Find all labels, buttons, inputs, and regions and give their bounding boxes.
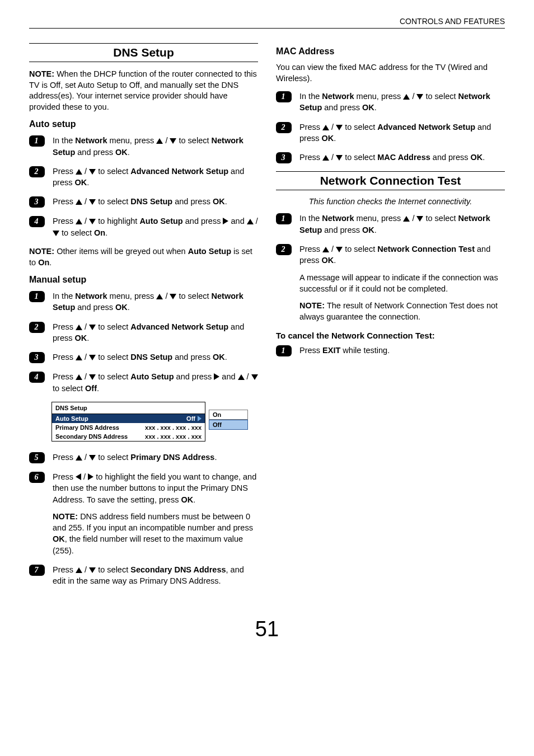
step-number-icon: 7 (29, 565, 45, 576)
mac-step-2: 2 Press / to select Advanced Network Set… (276, 121, 505, 144)
nct-step-1: 1 In the Network menu, press / to select… (276, 213, 505, 236)
up-arrow-icon (156, 294, 163, 299)
down-arrow-icon (416, 216, 423, 222)
manual-step-2: 2 Press / to select Advanced Network Set… (29, 321, 258, 344)
mac-step-3: 3 Press / to select MAC Address and pres… (276, 152, 505, 163)
down-arrow-icon (89, 355, 96, 360)
mac-address-heading: MAC Address (276, 46, 505, 57)
nct-step-2: 2 Press / to select Network Connection T… (276, 243, 505, 323)
manual-step-6: 6 Press / to highlight the field you wan… (29, 471, 258, 556)
step-text: Press / to select Advanced Network Setup… (53, 321, 258, 344)
down-arrow-icon (89, 455, 96, 461)
step-text: In the Network menu, press / to select N… (299, 91, 505, 114)
step-text: Press / to select MAC Address and press … (299, 152, 485, 163)
running-header: CONTROLS AND FEATURES (29, 17, 505, 29)
down-arrow-icon (53, 231, 59, 236)
step-number-icon: 3 (29, 352, 45, 363)
down-arrow-icon (251, 374, 258, 380)
step-number-icon: 3 (29, 196, 45, 208)
up-arrow-icon (76, 169, 82, 175)
cancel-heading: To cancel the Network Connection Test: (276, 331, 505, 340)
note-label: NOTE: (29, 69, 54, 78)
step-text: In the Network menu, press / to select N… (299, 213, 505, 236)
document-page: CONTROLS AND FEATURES English DNS Setup … (0, 0, 534, 652)
nct-intro: This function checks the Internet connec… (276, 197, 505, 206)
down-arrow-icon (89, 374, 96, 380)
step-number-icon: 2 (29, 322, 45, 333)
cancel-step-1: 1 Press EXIT while testing. (276, 345, 505, 356)
auto-step-4: 4 Press / to highlight Auto Setup and pr… (29, 215, 258, 238)
step-text: In the Network menu, press / to select N… (53, 135, 258, 158)
up-arrow-icon (247, 219, 254, 224)
down-arrow-icon (416, 94, 423, 100)
up-arrow-icon (403, 94, 410, 100)
up-arrow-icon (76, 355, 82, 360)
right-arrow-icon (88, 473, 93, 480)
step-number-icon: 2 (276, 122, 292, 133)
auto-setup-heading: Auto setup (29, 119, 258, 129)
left-arrow-icon (76, 473, 81, 480)
nct-message: A message will appear to indicate if the… (299, 272, 505, 295)
manual-step-7: 7 Press / to select Secondary DNS Addres… (29, 564, 258, 587)
step-number-icon: 6 (29, 472, 45, 483)
up-arrow-icon (76, 455, 82, 461)
step-text: Press / to select Primary DNS Address. (53, 452, 217, 463)
manual-step-1: 1 In the Network menu, press / to select… (29, 290, 258, 313)
step-text: Press / to select Network Connection Tes… (299, 243, 505, 323)
step-text: Press EXIT while testing. (299, 345, 390, 356)
note-label: NOTE: (299, 301, 325, 310)
step-text: Press / to select DNS Setup and press OK… (53, 196, 227, 207)
content-columns: DNS Setup NOTE: When the DHCP function o… (29, 40, 505, 595)
dns-row-primary: Primary DNS Address xxx . xxx . xxx . xx… (52, 423, 205, 432)
step-text: In the Network menu, press / to select N… (53, 290, 258, 313)
up-arrow-icon (76, 325, 82, 330)
auto-step-2: 2 Press / to select Advanced Network Set… (29, 166, 258, 189)
down-arrow-icon (336, 155, 343, 161)
mac-intro: You can view the fixed MAC address for t… (276, 62, 505, 84)
mac-step-1: 1 In the Network menu, press / to select… (276, 91, 505, 114)
auto-step-1: 1 In the Network menu, press / to select… (29, 135, 258, 158)
down-arrow-icon (89, 199, 96, 205)
manual-step-3: 3 Press / to select DNS Setup and press … (29, 351, 258, 363)
step-number-icon: 1 (29, 291, 45, 302)
step-number-icon: 1 (276, 345, 292, 356)
left-column: DNS Setup NOTE: When the DHCP function o… (29, 40, 258, 595)
up-arrow-icon (322, 125, 329, 130)
down-arrow-icon (89, 567, 96, 573)
note-label: NOTE: (29, 247, 54, 256)
dns-setup-figure: DNS Setup Auto Setup Off Primary DNS Add… (51, 402, 258, 442)
manual-setup-heading: Manual setup (29, 275, 258, 285)
up-arrow-icon (76, 219, 82, 224)
step-number-icon: 5 (29, 452, 45, 463)
note-label: NOTE: (53, 512, 78, 521)
dns-setup-table: DNS Setup Auto Setup Off Primary DNS Add… (51, 402, 205, 442)
dns-note-2: NOTE: Other items will be greyed out whe… (29, 246, 258, 268)
step-text: Press / to select Advanced Network Setup… (53, 166, 258, 189)
dns-row-auto-setup: Auto Setup Off (52, 414, 205, 423)
auto-step-3: 3 Press / to select DNS Setup and press … (29, 196, 258, 208)
note-text: When the DHCP function of the router con… (29, 69, 257, 111)
step-number-icon: 1 (29, 135, 45, 147)
down-arrow-icon (89, 219, 96, 224)
step-number-icon: 3 (276, 152, 292, 163)
step-number-icon: 2 (276, 244, 292, 255)
dns-table-title: DNS Setup (52, 402, 205, 414)
down-arrow-icon (89, 325, 96, 330)
nct-title: Network Connection Test (276, 171, 505, 190)
down-arrow-icon (89, 169, 96, 175)
step-number-icon: 1 (276, 213, 292, 224)
up-arrow-icon (322, 247, 329, 252)
up-arrow-icon (156, 138, 163, 144)
down-arrow-icon (336, 125, 343, 130)
manual-step-4: 4 Press / to select Auto Setup and press… (29, 371, 258, 394)
down-arrow-icon (170, 138, 176, 144)
step-text: Press / to select DNS Setup and press OK… (53, 351, 227, 363)
step-number-icon: 1 (276, 91, 292, 102)
down-arrow-icon (170, 294, 176, 299)
manual-step-5: 5 Press / to select Primary DNS Address. (29, 452, 258, 463)
step-text: Press / to select Secondary DNS Address,… (53, 564, 258, 587)
right-arrow-icon (214, 373, 219, 380)
step-text: Press / to select Advanced Network Setup… (299, 121, 505, 144)
note-text: The result of Network Connection Test do… (299, 301, 498, 321)
right-arrow-icon (198, 416, 202, 421)
